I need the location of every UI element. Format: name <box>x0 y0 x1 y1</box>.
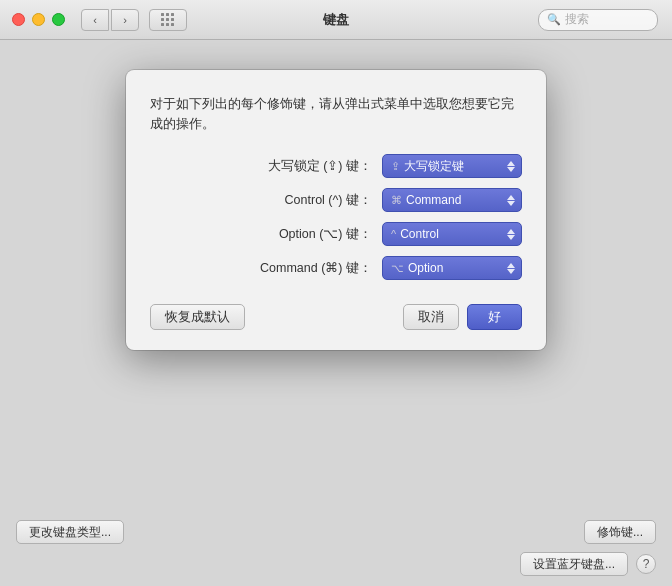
control-symbol: ⌘ <box>391 194 402 207</box>
modifier-rows: 大写锁定 (⇪) 键： ⇪ 大写锁定键 Control (^) 键： <box>150 154 522 280</box>
command-symbol: ⌥ <box>391 262 404 275</box>
titlebar: ‹ › 键盘 🔍 搜索 <box>0 0 672 40</box>
bottom-left: 更改键盘类型... <box>16 520 124 544</box>
back-button[interactable]: ‹ <box>81 9 109 31</box>
command-select-text: ⌥ Option <box>391 261 443 275</box>
dialog-description: 对于如下列出的每个修饰键，请从弹出式菜单中选取您想要它完成的操作。 <box>150 94 522 134</box>
search-placeholder: 搜索 <box>565 11 589 28</box>
command-select[interactable]: ⌥ Option <box>382 256 522 280</box>
modifier-row-control: Control (^) 键： ⌘ Command <box>150 188 522 212</box>
modifier-row-capslock: 大写锁定 (⇪) 键： ⇪ 大写锁定键 <box>150 154 522 178</box>
capslock-select[interactable]: ⇪ 大写锁定键 <box>382 154 522 178</box>
dialog-right-buttons: 取消 好 <box>403 304 522 330</box>
nav-buttons: ‹ › <box>81 9 139 31</box>
traffic-lights <box>12 13 65 26</box>
modifier-row-command: Command (⌘) 键： ⌥ Option <box>150 256 522 280</box>
ok-button[interactable]: 好 <box>467 304 522 330</box>
grid-dots-icon <box>161 13 175 27</box>
command-label: Command (⌘) 键： <box>260 260 372 277</box>
setup-bluetooth-button[interactable]: 设置蓝牙键盘... <box>520 552 628 576</box>
capslock-label: 大写锁定 (⇪) 键： <box>268 158 372 175</box>
bottom-bar: 更改键盘类型... 修饰键... 设置蓝牙键盘... ? <box>0 506 672 586</box>
capslock-select-arrow-icon <box>507 161 515 172</box>
option-symbol: ^ <box>391 228 396 240</box>
control-select-arrow-icon <box>507 195 515 206</box>
command-select-arrow-icon <box>507 263 515 274</box>
window-title: 键盘 <box>323 11 349 29</box>
help-button[interactable]: ? <box>636 554 656 574</box>
search-box[interactable]: 🔍 搜索 <box>538 9 658 31</box>
control-select[interactable]: ⌘ Command <box>382 188 522 212</box>
modifier-keys-button[interactable]: 修饰键... <box>584 520 656 544</box>
bottom-right-row: 设置蓝牙键盘... ? <box>520 552 656 576</box>
search-icon: 🔍 <box>547 13 561 26</box>
control-select-text: ⌘ Command <box>391 193 461 207</box>
option-label: Option (⌥) 键： <box>279 226 372 243</box>
change-keyboard-type-button[interactable]: 更改键盘类型... <box>16 520 124 544</box>
control-label: Control (^) 键： <box>285 192 372 209</box>
main-area: 对于如下列出的每个修饰键，请从弹出式菜单中选取您想要它完成的操作。 大写锁定 (… <box>0 40 672 586</box>
maximize-button[interactable] <box>52 13 65 26</box>
cancel-button[interactable]: 取消 <box>403 304 459 330</box>
option-select-arrow-icon <box>507 229 515 240</box>
modifier-keys-dialog: 对于如下列出的每个修饰键，请从弹出式菜单中选取您想要它完成的操作。 大写锁定 (… <box>126 70 546 350</box>
minimize-button[interactable] <box>32 13 45 26</box>
option-select-text: ^ Control <box>391 227 439 241</box>
capslock-select-text: ⇪ 大写锁定键 <box>391 158 464 175</box>
forward-button[interactable]: › <box>111 9 139 31</box>
modifier-row-option: Option (⌥) 键： ^ Control <box>150 222 522 246</box>
dialog-buttons: 恢复成默认 取消 好 <box>150 304 522 330</box>
restore-defaults-button[interactable]: 恢复成默认 <box>150 304 245 330</box>
close-button[interactable] <box>12 13 25 26</box>
bottom-right: 修饰键... 设置蓝牙键盘... ? <box>520 520 656 576</box>
grid-view-button[interactable] <box>149 9 187 31</box>
capslock-symbol: ⇪ <box>391 160 400 173</box>
option-select[interactable]: ^ Control <box>382 222 522 246</box>
